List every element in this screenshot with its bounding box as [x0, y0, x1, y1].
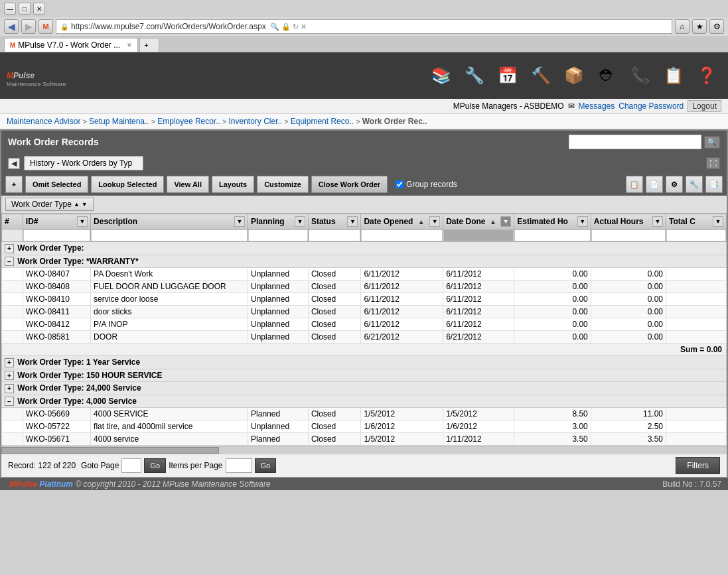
- address-bar[interactable]: 🔒 https://www.mpulse7.com/WorkOrders/Wor…: [56, 19, 672, 34]
- col-status[interactable]: Status ▼: [308, 214, 361, 229]
- forward-btn[interactable]: ▶: [21, 19, 36, 34]
- toolbar-icon-1[interactable]: 📋: [626, 176, 643, 193]
- expand-group-24000-btn[interactable]: +: [5, 384, 14, 393]
- table-row[interactable]: WKO-05722 flat tire, and 4000mil service…: [2, 420, 727, 433]
- filter-desc-btn[interactable]: ▼: [234, 216, 245, 227]
- breadcrumb-item-4[interactable]: Equipment Reco..: [291, 117, 354, 126]
- table-row[interactable]: WKO-05669 4000 SERVICE Planned Closed 1/…: [2, 408, 727, 420]
- customize-btn[interactable]: Customize: [257, 176, 309, 193]
- nav-tools-icon[interactable]: 🔨: [526, 61, 555, 90]
- platinum-link[interactable]: Platinum: [39, 479, 73, 489]
- table-row[interactable]: WKO-08581 DOOR Unplanned Closed 6/21/201…: [2, 331, 727, 344]
- breadcrumb-item-1[interactable]: Setup Maintena..: [89, 117, 149, 126]
- logout-link[interactable]: Logout: [688, 100, 721, 112]
- nav-books-icon[interactable]: 📚: [427, 61, 456, 90]
- group-row-4000[interactable]: − Work Order Type: 4,000 Service: [2, 395, 727, 408]
- lookup-selected-btn[interactable]: Lookup Selected: [91, 176, 164, 193]
- active-tab[interactable]: M MPulse V7.0 - Work Order ... ✕: [4, 38, 138, 52]
- search-btn[interactable]: 🔍: [704, 136, 720, 149]
- group-row-24000[interactable]: + Work Order Type: 24,000 Service: [2, 382, 727, 395]
- breadcrumb-item-2[interactable]: Employee Recor..: [157, 117, 220, 126]
- expand-group-4000-btn[interactable]: −: [5, 397, 14, 406]
- col-date-opened[interactable]: Date Opened ▲ ▼: [361, 214, 443, 229]
- settings-btn[interactable]: ⚙: [709, 19, 724, 34]
- filter-total-btn[interactable]: ▼: [713, 216, 723, 227]
- sort-btn[interactable]: Work Order Type ▲ ▼: [5, 198, 94, 211]
- filter-desc-input[interactable]: [91, 229, 248, 241]
- close-btn[interactable]: ✕: [33, 3, 45, 15]
- close-work-order-btn[interactable]: Close Work Order: [311, 176, 388, 193]
- add-btn[interactable]: +: [5, 176, 23, 193]
- filter-status-btn[interactable]: ▼: [347, 216, 358, 227]
- col-id[interactable]: ID# ▼: [23, 214, 90, 229]
- omit-selected-btn[interactable]: Omit Selected: [25, 176, 88, 193]
- filter-actual-btn[interactable]: ▼: [652, 216, 663, 227]
- table-wrapper[interactable]: # ID# ▼ Description ▼ Planning ▼ Status …: [1, 214, 727, 446]
- toolbar-icon-4[interactable]: 🔧: [686, 176, 703, 193]
- filters-btn[interactable]: Filters: [676, 457, 720, 474]
- maximize-btn[interactable]: □: [19, 3, 31, 15]
- table-row[interactable]: WKO-08410 service door loose Unplanned C…: [2, 293, 727, 306]
- messages-link[interactable]: Messages: [579, 101, 615, 111]
- expand-group-empty-btn[interactable]: +: [5, 244, 14, 253]
- filter-date-done-input[interactable]: [443, 229, 514, 241]
- filter-est-btn[interactable]: ▼: [577, 216, 588, 227]
- toolbar-icon-5[interactable]: 📑: [705, 176, 723, 193]
- nav-helmet-icon[interactable]: ⛑: [593, 61, 622, 90]
- sort-dropdown-icon[interactable]: ▼: [82, 201, 88, 208]
- nav-clipboard-icon[interactable]: 📋: [659, 61, 688, 90]
- h-scrollbar[interactable]: [1, 446, 727, 454]
- table-row[interactable]: WKO-05671 4000 service Planned Closed 1/…: [2, 433, 727, 446]
- home-btn[interactable]: ⌂: [675, 19, 690, 34]
- expand-group-150hour-btn[interactable]: +: [5, 371, 14, 380]
- favorites-btn[interactable]: ★: [692, 19, 707, 34]
- table-row[interactable]: WKO-08412 P/A INOP Unplanned Closed 6/11…: [2, 318, 727, 331]
- col-planning[interactable]: Planning ▼: [248, 214, 309, 229]
- breadcrumb-item-0[interactable]: Maintenance Advisor: [7, 117, 80, 126]
- col-actual-hours[interactable]: Actual Hours ▼: [591, 214, 666, 229]
- toolbar-icon-3[interactable]: ⚙: [666, 176, 683, 193]
- filter-status-input[interactable]: [309, 229, 361, 241]
- items-per-page-go-btn[interactable]: Go: [255, 458, 277, 473]
- change-password-link[interactable]: Change Password: [619, 101, 684, 111]
- col-total[interactable]: Total C ▼: [666, 214, 727, 229]
- filter-id-input[interactable]: [23, 229, 90, 241]
- filter-planning-btn[interactable]: ▼: [295, 216, 305, 227]
- filter-actual-input[interactable]: [591, 229, 666, 241]
- view-all-btn[interactable]: View All: [167, 176, 209, 193]
- expand-view-btn[interactable]: ⛶: [706, 157, 720, 169]
- goto-page-input[interactable]: [121, 458, 141, 473]
- expand-group-warranty-btn[interactable]: −: [5, 257, 14, 266]
- table-row[interactable]: WKO-08411 door sticks Unplanned Closed 6…: [2, 306, 727, 318]
- goto-page-go-btn[interactable]: Go: [144, 458, 166, 473]
- group-row-warranty[interactable]: − Work Order Type: *WARRANTY*: [2, 255, 727, 268]
- filter-total-input[interactable]: [666, 229, 726, 241]
- view-icon[interactable]: ◀: [8, 158, 20, 169]
- col-date-done[interactable]: Date Done ▲ ▼: [443, 214, 514, 229]
- table-row[interactable]: WKO-08407 PA Doesn't Work Unplanned Clos…: [2, 268, 727, 281]
- filter-date-opened-input[interactable]: [361, 229, 443, 241]
- search-input[interactable]: [569, 135, 701, 149]
- filter-planning-input[interactable]: [248, 229, 308, 241]
- back-btn[interactable]: ◀: [4, 19, 19, 34]
- group-records-checkbox[interactable]: [396, 180, 403, 188]
- expand-group-1year-btn[interactable]: +: [5, 358, 14, 367]
- filter-date-done-btn[interactable]: ▼: [500, 216, 511, 227]
- filter-est-input[interactable]: [514, 229, 591, 241]
- col-est-hours[interactable]: Estimated Ho ▼: [514, 214, 591, 229]
- nav-calendar-icon[interactable]: 📅: [493, 61, 522, 90]
- table-row[interactable]: WKO-08408 FUEL DOOR AND LUGGAGE DOOR Unp…: [2, 281, 727, 293]
- filter-date-opened-btn[interactable]: ▼: [429, 216, 440, 227]
- group-row-1year[interactable]: + Work Order Type: 1 Year Service: [2, 356, 727, 369]
- nav-help-icon[interactable]: ❓: [692, 61, 721, 90]
- breadcrumb-item-3[interactable]: Inventory Cler..: [229, 117, 283, 126]
- col-desc[interactable]: Description ▼: [91, 214, 248, 229]
- items-per-page-input[interactable]: 288: [226, 458, 252, 473]
- group-row-empty[interactable]: + Work Order Type:: [2, 242, 727, 255]
- group-row-150hour[interactable]: + Work Order Type: 150 HOUR SERVICE: [2, 369, 727, 382]
- group-records-check[interactable]: Group records: [396, 180, 457, 189]
- tab-close-btn[interactable]: ✕: [127, 42, 132, 48]
- nav-package-icon[interactable]: 📦: [559, 61, 589, 90]
- nav-wrench-icon[interactable]: 🔧: [460, 61, 489, 90]
- nav-phone-icon[interactable]: 📞: [626, 61, 655, 90]
